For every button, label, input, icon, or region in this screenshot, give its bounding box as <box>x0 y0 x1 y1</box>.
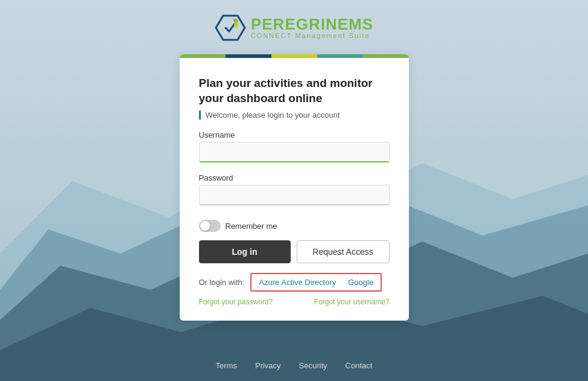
password-label: Password <box>199 173 390 182</box>
logo-sub-part1: CONNECT <box>251 32 292 39</box>
footer-terms-link[interactable]: Terms <box>216 361 237 370</box>
card-headline: Plan your activities and monitor your da… <box>199 76 390 106</box>
or-login-text: Or login with: <box>199 278 245 287</box>
bar-segment-3 <box>271 54 317 58</box>
sso-buttons-box: Azure Active Directory Google <box>250 273 382 292</box>
bar-segment-1 <box>180 54 226 58</box>
azure-ad-button[interactable]: Azure Active Directory <box>259 277 336 288</box>
remember-label: Remember me <box>226 222 277 231</box>
logo-brand-part2: MS <box>349 15 373 33</box>
card-welcome: Welcome, please login to your account <box>199 110 390 120</box>
google-sso-button[interactable]: Google <box>348 277 373 288</box>
request-access-button[interactable]: Request Access <box>297 240 390 263</box>
or-login-row: Or login with: Azure Active Directory Go… <box>199 273 390 292</box>
logo-brand-part1: PEREGRINE <box>251 15 349 33</box>
logo-icon <box>215 12 246 43</box>
footer-contact-link[interactable]: Contact <box>346 361 373 370</box>
logo-subtitle: CONNECT Management Suite <box>251 32 373 39</box>
username-input[interactable] <box>199 142 390 162</box>
logo-area: PEREGRINEMS CONNECT Management Suite <box>215 12 373 43</box>
footer-security-link[interactable]: Security <box>299 361 327 370</box>
logo-text: PEREGRINEMS CONNECT Management Suite <box>251 16 373 39</box>
toggle-knob <box>200 221 210 231</box>
forgot-username-link[interactable]: Forgot your username? <box>314 298 390 306</box>
logo-sub-part2: Management Suite <box>295 32 370 39</box>
login-button[interactable]: Log in <box>199 240 291 263</box>
remember-row: Remember me <box>199 220 390 232</box>
remember-toggle[interactable] <box>199 220 221 232</box>
password-group: Password <box>199 173 390 214</box>
footer: Terms Privacy Security Contact <box>0 361 588 370</box>
bar-segment-2 <box>226 54 271 58</box>
username-group: Username <box>199 130 390 171</box>
bar-segment-5 <box>363 54 409 58</box>
logo-brand: PEREGRINEMS <box>251 16 373 32</box>
forgot-row: Forgot your password? Forgot your userna… <box>199 298 390 306</box>
footer-privacy-link[interactable]: Privacy <box>255 361 281 370</box>
card-top-bar <box>180 54 409 58</box>
login-card: Plan your activities and monitor your da… <box>180 54 409 321</box>
password-input[interactable] <box>199 185 390 205</box>
svg-marker-5 <box>216 16 245 40</box>
bar-segment-4 <box>317 54 363 58</box>
buttons-row: Log in Request Access <box>199 240 390 263</box>
username-label: Username <box>199 130 390 139</box>
forgot-password-link[interactable]: Forgot your password? <box>199 298 273 306</box>
